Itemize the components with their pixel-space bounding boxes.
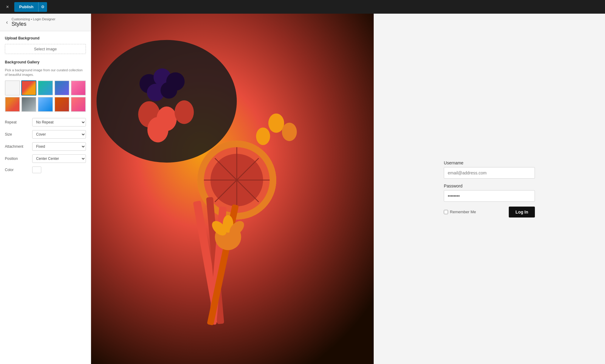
size-setting: Size Cover Contain Auto [5,130,86,139]
svg-point-9 [175,100,194,124]
position-select[interactable]: Center Center Top Left Top Center Top Ri… [32,154,86,163]
color-swatch[interactable] [32,167,41,173]
position-setting: Position Center Center Top Left Top Cent… [5,154,86,163]
username-group: Username [444,160,535,179]
form-footer: Remember Me Log In [444,207,535,217]
attachment-label: Attachment [5,144,32,149]
top-bar: × Publish ⚙ [0,0,605,14]
page-title: Styles [12,21,55,27]
remember-me-checkbox[interactable] [444,210,448,214]
repeat-label: Repeat [5,120,32,124]
color-setting: Color [5,167,86,173]
close-icon: × [6,4,9,9]
gallery-thumb-9[interactable] [54,97,70,112]
gallery-description: Pick a background image from our curated… [5,68,86,77]
size-select[interactable]: Cover Contain Auto [32,130,86,139]
back-button[interactable]: ‹ [5,19,9,26]
gear-icon: ⚙ [41,5,45,9]
svg-point-23 [268,113,284,133]
gallery-thumb-7[interactable] [21,97,36,112]
sidebar-content: Upload Background Select image Backgroun… [0,31,91,182]
right-area: Username Password Remember Me Log In [374,14,605,364]
settings-section: Repeat No Repeat Repeat Repeat-X Repeat-… [5,118,86,173]
publish-settings-button[interactable]: ⚙ [38,2,47,12]
preview-area: Username Password Remember Me Log In [91,14,605,364]
svg-point-10 [147,117,168,143]
gallery-thumb-10[interactable] [71,97,86,112]
gallery-section: Background Gallery Pick a background ima… [5,60,86,112]
gallery-thumb-1[interactable] [5,80,20,96]
background-svg [91,14,374,364]
repeat-select[interactable]: No Repeat Repeat Repeat-X Repeat-Y [32,118,86,126]
password-label: Password [444,184,535,188]
gallery-thumb-8[interactable] [38,97,53,112]
username-input[interactable] [444,167,535,179]
sidebar-title-group: Customizing • Login Designer Styles [12,17,55,27]
gallery-thumb-4[interactable] [54,80,70,96]
svg-point-6 [161,82,177,99]
gallery-thumb-2[interactable] [21,80,36,96]
remember-me-label[interactable]: Remember Me [444,210,476,214]
upload-section-title: Upload Background [5,36,86,40]
color-label: Color [5,168,32,172]
svg-point-25 [256,127,270,145]
attachment-setting: Attachment Fixed Scroll Local [5,142,86,151]
gallery-section-title: Background Gallery [5,60,86,64]
gallery-grid [5,80,86,112]
gallery-thumb-5[interactable] [71,80,86,96]
password-group: Password [444,184,535,202]
attachment-select[interactable]: Fixed Scroll Local [32,142,86,151]
password-input[interactable] [444,190,535,202]
publish-button[interactable]: Publish [14,2,38,12]
background-image-area [91,14,374,364]
gallery-thumb-3[interactable] [38,80,53,96]
position-label: Position [5,157,32,161]
login-button[interactable]: Log In [509,207,535,217]
remember-me-text: Remember Me [450,210,476,214]
login-form: Username Password Remember Me Log In [438,154,541,224]
gallery-thumb-6[interactable] [5,97,20,112]
size-label: Size [5,132,32,136]
sidebar: ‹ Customizing • Login Designer Styles Up… [0,14,91,364]
sidebar-header: ‹ Customizing • Login Designer Styles [0,14,91,31]
repeat-setting: Repeat No Repeat Repeat Repeat-X Repeat-… [5,118,86,126]
back-icon: ‹ [6,19,8,25]
publish-group: Publish ⚙ [14,2,47,12]
upload-section: Upload Background Select image [5,36,86,54]
svg-point-24 [282,123,297,141]
svg-point-1 [97,40,237,163]
close-button[interactable]: × [4,3,11,11]
select-image-button[interactable]: Select image [5,44,86,54]
username-label: Username [444,160,535,165]
breadcrumb: Customizing • Login Designer [12,17,55,21]
